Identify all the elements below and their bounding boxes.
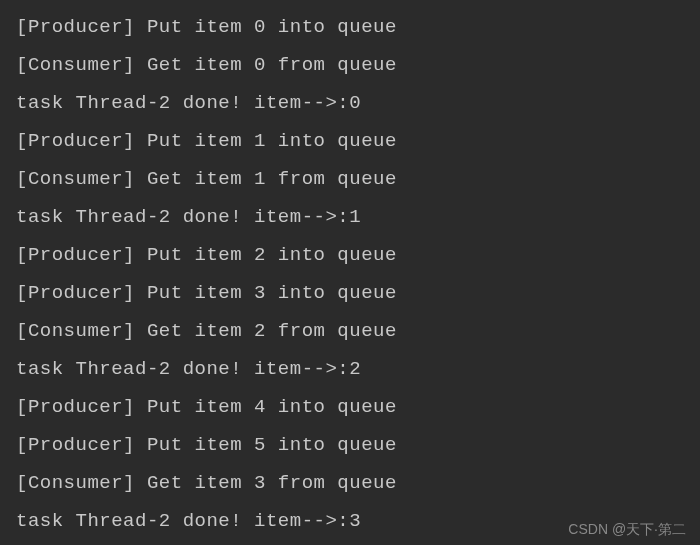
terminal-line: [Producer] Put item 0 into queue — [16, 8, 684, 46]
terminal-line: [Consumer] Get item 2 from queue — [16, 312, 684, 350]
terminal-line: task Thread-2 done! item-->:0 — [16, 84, 684, 122]
terminal-line: [Producer] Put item 5 into queue — [16, 426, 684, 464]
terminal-line: task Thread-2 done! item-->:1 — [16, 198, 684, 236]
terminal-line: [Producer] Put item 2 into queue — [16, 236, 684, 274]
terminal-line: [Consumer] Get item 3 from queue — [16, 464, 684, 502]
terminal-line: [Producer] Put item 1 into queue — [16, 122, 684, 160]
terminal-output: [Producer] Put item 0 into queue [Consum… — [16, 8, 684, 540]
terminal-line: [Consumer] Get item 1 from queue — [16, 160, 684, 198]
terminal-line: [Consumer] Get item 0 from queue — [16, 46, 684, 84]
terminal-line: task Thread-2 done! item-->:2 — [16, 350, 684, 388]
watermark-text: CSDN @天下·第二 — [568, 521, 686, 539]
terminal-line: [Producer] Put item 4 into queue — [16, 388, 684, 426]
terminal-line: [Producer] Put item 3 into queue — [16, 274, 684, 312]
